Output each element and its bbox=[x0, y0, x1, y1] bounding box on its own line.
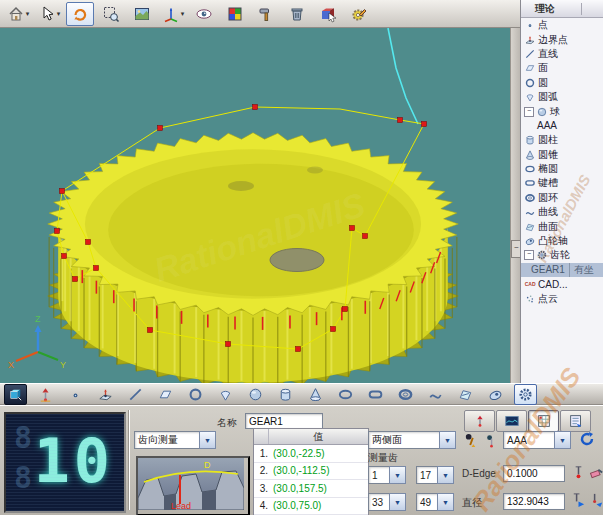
tree-item-list: 点边界点直线面圆圆弧−球AAA圆柱圆锥椭圆键槽圆环曲线曲面凸轮轴−齿轮GEAR1… bbox=[521, 18, 603, 306]
feature-gear-button[interactable] bbox=[514, 384, 537, 405]
feature-ellipse-button[interactable] bbox=[334, 384, 357, 405]
feature-point-button[interactable] bbox=[64, 384, 87, 405]
feature-surface-button[interactable] bbox=[454, 384, 477, 405]
value-table[interactable]: 值 1.(30.0,-22.5)2.(30.0,-112.5)3.(30.0,1… bbox=[253, 428, 369, 515]
tree-item-gear1[interactable]: GEAR1有坐 bbox=[521, 263, 603, 277]
feature-camshaft-button[interactable] bbox=[484, 384, 507, 405]
tree-item-label: 键槽 bbox=[538, 176, 558, 190]
feature-sphere-button[interactable] bbox=[244, 384, 267, 405]
feature-plane-button[interactable] bbox=[154, 384, 177, 405]
value-row[interactable]: 4.(30.0,75.0) bbox=[254, 498, 368, 515]
divider bbox=[128, 410, 129, 510]
tree-item-[interactable]: 面 bbox=[521, 61, 603, 75]
feature-cylinder-button[interactable] bbox=[274, 384, 297, 405]
tree-item-label: 直线 bbox=[538, 47, 558, 61]
snapshot-button[interactable] bbox=[128, 2, 156, 26]
dropdown-arrow-icon[interactable]: ▼ bbox=[389, 466, 406, 484]
feature-ring-button[interactable] bbox=[394, 384, 417, 405]
tree-header[interactable]: 理论 bbox=[521, 0, 603, 18]
flank-dropdown[interactable]: 两侧面 ▼ bbox=[368, 431, 456, 449]
tree-expander-icon[interactable]: − bbox=[524, 250, 534, 260]
dropdown-arrow-icon[interactable]: ▼ bbox=[554, 431, 571, 449]
value-row[interactable]: 2.(30.0,-112.5) bbox=[254, 463, 368, 481]
tree-expander-icon[interactable]: − bbox=[524, 107, 534, 117]
diameter-input[interactable]: 132.9043 bbox=[503, 493, 565, 510]
probe-angle-icon[interactable] bbox=[463, 432, 480, 449]
tooth-selector-1[interactable]: 1 ▼ bbox=[368, 466, 406, 484]
tree-item-[interactable]: 直线 bbox=[521, 47, 603, 61]
feature-line-button[interactable] bbox=[124, 384, 147, 405]
viewport-3d[interactable]: ZXY RationalDMIS bbox=[0, 28, 510, 383]
tooth-4-value: 49 bbox=[420, 497, 431, 508]
probe-point-icon[interactable] bbox=[570, 464, 587, 481]
feature-boundary-point-button[interactable] bbox=[94, 384, 117, 405]
tools-hammer-button[interactable] bbox=[252, 2, 280, 26]
value-row[interactable]: 1.(30.0,-22.5) bbox=[254, 445, 368, 463]
scan-graph-button[interactable] bbox=[496, 410, 527, 432]
dropdown-caret-icon[interactable]: ▾ bbox=[181, 10, 185, 18]
tree-item-[interactable]: 曲线 bbox=[521, 205, 603, 219]
mode-dropdown[interactable]: 齿向测量 ▼ bbox=[134, 431, 216, 449]
feature-slot-button[interactable] bbox=[364, 384, 387, 405]
probe-dropdown[interactable]: AAA ▼ bbox=[503, 431, 571, 449]
tree-item-[interactable]: 椭圆 bbox=[521, 162, 603, 176]
gear-edit-button[interactable] bbox=[345, 2, 373, 26]
visibility-eye-button[interactable] bbox=[190, 2, 218, 26]
tree-item-cad[interactable]: CADCAD... bbox=[521, 277, 603, 291]
axes-view-button[interactable]: ▾ bbox=[159, 2, 187, 26]
probe-play-icon[interactable] bbox=[570, 492, 587, 509]
coordinate-cycle-icon[interactable] bbox=[578, 430, 596, 448]
delete-trash-button[interactable] bbox=[283, 2, 311, 26]
tree-item-aaa[interactable]: AAA bbox=[521, 119, 603, 133]
dropdown-caret-icon[interactable]: ▾ bbox=[57, 10, 61, 18]
tree-item-label: GEAR1 bbox=[531, 264, 565, 275]
tooth-selector-2[interactable]: 17 ▼ bbox=[416, 466, 454, 484]
tree-item-[interactable]: 圆锥 bbox=[521, 148, 603, 162]
dropdown-arrow-icon[interactable]: ▼ bbox=[389, 493, 406, 511]
rotate-view-button[interactable] bbox=[66, 2, 94, 26]
dropdown-caret-icon[interactable]: ▾ bbox=[26, 10, 30, 18]
probe-touch-icon[interactable] bbox=[588, 492, 603, 509]
feature-circle-button[interactable] bbox=[184, 384, 207, 405]
tooth-selector-4[interactable]: 49 ▼ bbox=[416, 493, 454, 511]
feature-measure-mode-button[interactable] bbox=[4, 384, 27, 405]
zoom-window-button[interactable] bbox=[97, 2, 125, 26]
tree-item-[interactable]: 边界点 bbox=[521, 32, 603, 46]
feature-curve-button[interactable] bbox=[424, 384, 447, 405]
circle-icon bbox=[187, 386, 204, 403]
tree-item-[interactable]: 曲面 bbox=[521, 219, 603, 233]
report-list-button[interactable] bbox=[560, 410, 591, 432]
eraser-edit-icon[interactable] bbox=[588, 464, 603, 481]
dropdown-arrow-icon[interactable]: ▼ bbox=[437, 493, 454, 511]
name-input[interactable]: GEAR1 bbox=[245, 413, 323, 429]
tree-item-[interactable]: 圆环 bbox=[521, 191, 603, 205]
home-button[interactable]: ▾ bbox=[4, 2, 32, 26]
feature-arc-button[interactable] bbox=[214, 384, 237, 405]
tree-item-[interactable]: 凸轮轴 bbox=[521, 234, 603, 248]
color-palette-button[interactable] bbox=[221, 2, 249, 26]
gear-3d-model[interactable]: ZXY bbox=[0, 28, 510, 383]
tree-item-[interactable]: 点云 bbox=[521, 291, 603, 305]
tree-item-[interactable]: 圆柱 bbox=[521, 133, 603, 147]
gear-teeth-illustration: D Lead bbox=[138, 458, 244, 510]
cone-icon bbox=[524, 149, 536, 161]
select-cursor-button[interactable]: ▾ bbox=[35, 2, 63, 26]
dedge-input[interactable]: 0.1000 bbox=[503, 465, 565, 482]
tree-item-[interactable]: −齿轮 bbox=[521, 248, 603, 262]
feature-probe-button[interactable] bbox=[34, 384, 57, 405]
value-row[interactable]: 3.(30.0,157.5) bbox=[254, 480, 368, 498]
tooth-selector-3[interactable]: 33 ▼ bbox=[368, 493, 406, 511]
tree-item-[interactable]: 键槽 bbox=[521, 176, 603, 190]
dropdown-arrow-icon[interactable]: ▼ bbox=[199, 431, 216, 449]
select-cube-button[interactable] bbox=[314, 2, 342, 26]
table-view-button[interactable] bbox=[528, 410, 559, 432]
tree-item-[interactable]: 点 bbox=[521, 18, 603, 32]
probe-star-icon[interactable] bbox=[483, 432, 500, 449]
feature-cone-button[interactable] bbox=[304, 384, 327, 405]
tree-item-[interactable]: 圆弧 bbox=[521, 90, 603, 104]
probe-config-button[interactable] bbox=[464, 410, 495, 432]
dropdown-arrow-icon[interactable]: ▼ bbox=[437, 466, 454, 484]
tree-item-[interactable]: 圆 bbox=[521, 76, 603, 90]
dropdown-arrow-icon[interactable]: ▼ bbox=[439, 431, 456, 449]
tree-item-[interactable]: −球 bbox=[521, 104, 603, 118]
